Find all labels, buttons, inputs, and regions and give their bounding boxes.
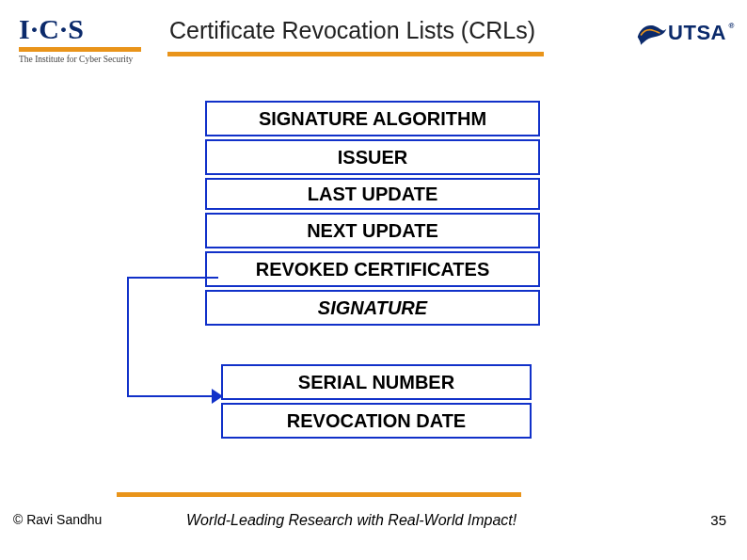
ics-logo-rule bbox=[19, 47, 141, 52]
title-underline bbox=[167, 52, 544, 56]
copyright-text: © Ravi Sandhu bbox=[13, 512, 102, 527]
connector-line bbox=[127, 277, 218, 279]
page-number: 35 bbox=[710, 512, 726, 528]
roadrunner-icon bbox=[636, 19, 668, 47]
ics-logo: I·C·S The Institute for Cyber Security bbox=[19, 13, 151, 64]
connector-line bbox=[127, 395, 218, 397]
slide: I·C·S The Institute for Cyber Security C… bbox=[0, 0, 747, 560]
page-title: Certificate Revocation Lists (CRLs) bbox=[169, 17, 535, 44]
ics-logo-subtitle: The Institute for Cyber Security bbox=[19, 55, 151, 64]
utsa-logo: UTSA ® bbox=[636, 19, 726, 47]
crl-field-revoked-certificates: REVOKED CERTIFICATES bbox=[205, 251, 540, 287]
registered-icon: ® bbox=[729, 22, 735, 30]
footer-tagline: World-Leading Research with Real-World I… bbox=[186, 512, 517, 529]
connector-line bbox=[127, 277, 129, 397]
footer-rule bbox=[117, 492, 521, 497]
crl-field-next-update: NEXT UPDATE bbox=[205, 213, 540, 248]
crl-field-issuer: ISSUER bbox=[205, 139, 540, 175]
crl-detail-revocation-date: REVOCATION DATE bbox=[221, 403, 532, 439]
utsa-text-label: UTSA bbox=[668, 21, 726, 44]
crl-field-signature-algorithm: SIGNATURE ALGORITHM bbox=[205, 101, 540, 136]
utsa-logo-text: UTSA ® bbox=[668, 21, 726, 45]
crl-field-signature: SIGNATURE bbox=[205, 290, 540, 326]
crl-field-last-update: LAST UPDATE bbox=[205, 178, 540, 210]
ics-logo-letters: I·C·S bbox=[19, 13, 151, 45]
crl-detail-serial-number: SERIAL NUMBER bbox=[221, 364, 532, 400]
